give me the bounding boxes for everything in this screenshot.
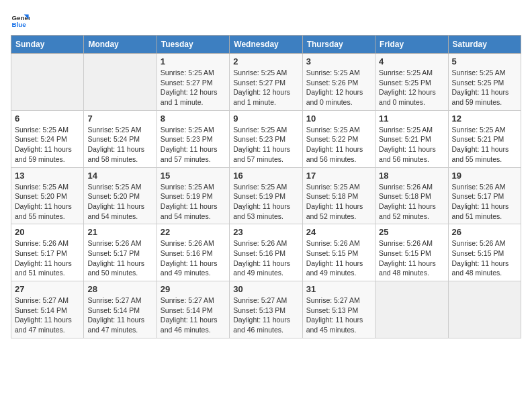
calendar-cell: 17Sunrise: 5:25 AM Sunset: 5:18 PM Dayli… xyxy=(302,167,375,224)
day-number: 5 xyxy=(452,56,517,66)
calendar-cell: 4Sunrise: 5:25 AM Sunset: 5:25 PM Daylig… xyxy=(375,54,448,111)
weekday-header-friday: Friday xyxy=(375,36,448,54)
weekday-header-sunday: Sunday xyxy=(11,36,84,54)
day-number: 14 xyxy=(87,171,152,181)
day-number: 24 xyxy=(306,227,371,237)
day-info: Sunrise: 5:25 AM Sunset: 5:22 PM Dayligh… xyxy=(306,125,371,165)
day-number: 1 xyxy=(161,56,226,66)
calendar-cell: 3Sunrise: 5:25 AM Sunset: 5:26 PM Daylig… xyxy=(302,54,375,111)
day-info: Sunrise: 5:26 AM Sunset: 5:16 PM Dayligh… xyxy=(161,238,226,278)
calendar-cell xyxy=(11,54,84,111)
day-number: 12 xyxy=(452,113,517,124)
day-info: Sunrise: 5:25 AM Sunset: 5:27 PM Dayligh… xyxy=(233,68,298,107)
day-info: Sunrise: 5:26 AM Sunset: 5:17 PM Dayligh… xyxy=(452,182,517,222)
day-info: Sunrise: 5:25 AM Sunset: 5:18 PM Dayligh… xyxy=(306,182,371,222)
day-info: Sunrise: 5:25 AM Sunset: 5:20 PM Dayligh… xyxy=(15,182,80,222)
calendar-cell: 18Sunrise: 5:26 AM Sunset: 5:18 PM Dayli… xyxy=(375,167,448,224)
day-number: 27 xyxy=(15,284,80,294)
calendar-cell: 21Sunrise: 5:26 AM Sunset: 5:17 PM Dayli… xyxy=(84,224,157,281)
weekday-header-saturday: Saturday xyxy=(448,36,521,54)
day-info: Sunrise: 5:27 AM Sunset: 5:14 PM Dayligh… xyxy=(15,295,80,335)
weekday-header-tuesday: Tuesday xyxy=(157,36,229,54)
day-info: Sunrise: 5:25 AM Sunset: 5:23 PM Dayligh… xyxy=(161,125,226,165)
day-number: 29 xyxy=(161,284,226,294)
calendar-cell: 24Sunrise: 5:26 AM Sunset: 5:15 PM Dayli… xyxy=(302,224,375,281)
day-number: 25 xyxy=(379,227,444,237)
day-number: 22 xyxy=(161,227,226,237)
day-info: Sunrise: 5:25 AM Sunset: 5:23 PM Dayligh… xyxy=(233,125,298,165)
svg-text:Blue: Blue xyxy=(11,21,26,28)
calendar-cell: 1Sunrise: 5:25 AM Sunset: 5:27 PM Daylig… xyxy=(157,54,229,111)
calendar-cell xyxy=(375,281,448,338)
logo-icon: General Blue xyxy=(11,11,30,30)
day-info: Sunrise: 5:27 AM Sunset: 5:14 PM Dayligh… xyxy=(161,295,226,335)
day-info: Sunrise: 5:26 AM Sunset: 5:17 PM Dayligh… xyxy=(87,238,152,278)
calendar-cell: 6Sunrise: 5:25 AM Sunset: 5:24 PM Daylig… xyxy=(11,110,84,167)
day-number: 6 xyxy=(15,113,80,124)
day-number: 2 xyxy=(233,56,298,66)
day-number: 20 xyxy=(15,227,80,237)
day-number: 11 xyxy=(379,113,444,124)
day-number: 18 xyxy=(379,171,444,181)
day-number: 8 xyxy=(161,113,226,124)
day-info: Sunrise: 5:25 AM Sunset: 5:25 PM Dayligh… xyxy=(379,68,444,107)
calendar-cell: 22Sunrise: 5:26 AM Sunset: 5:16 PM Dayli… xyxy=(157,224,229,281)
day-number: 13 xyxy=(15,171,80,181)
weekday-header-wednesday: Wednesday xyxy=(230,36,302,54)
calendar-cell xyxy=(84,54,157,111)
calendar-cell: 13Sunrise: 5:25 AM Sunset: 5:20 PM Dayli… xyxy=(11,167,84,224)
day-info: Sunrise: 5:25 AM Sunset: 5:27 PM Dayligh… xyxy=(161,68,226,107)
calendar-cell: 19Sunrise: 5:26 AM Sunset: 5:17 PM Dayli… xyxy=(448,167,521,224)
calendar-cell: 28Sunrise: 5:27 AM Sunset: 5:14 PM Dayli… xyxy=(84,281,157,338)
calendar-cell: 10Sunrise: 5:25 AM Sunset: 5:22 PM Dayli… xyxy=(302,110,375,167)
calendar-week-1: 1Sunrise: 5:25 AM Sunset: 5:27 PM Daylig… xyxy=(11,54,521,111)
day-number: 30 xyxy=(233,284,298,294)
day-info: Sunrise: 5:25 AM Sunset: 5:25 PM Dayligh… xyxy=(452,68,517,107)
day-number: 9 xyxy=(233,113,298,124)
calendar-cell: 7Sunrise: 5:25 AM Sunset: 5:24 PM Daylig… xyxy=(84,110,157,167)
day-number: 31 xyxy=(306,284,371,294)
day-number: 16 xyxy=(233,171,298,181)
weekday-header-row: SundayMondayTuesdayWednesdayThursdayFrid… xyxy=(11,36,521,54)
day-info: Sunrise: 5:26 AM Sunset: 5:16 PM Dayligh… xyxy=(233,238,298,278)
calendar-cell: 25Sunrise: 5:26 AM Sunset: 5:15 PM Dayli… xyxy=(375,224,448,281)
day-number: 3 xyxy=(306,56,371,66)
day-info: Sunrise: 5:26 AM Sunset: 5:15 PM Dayligh… xyxy=(452,238,517,278)
day-info: Sunrise: 5:26 AM Sunset: 5:15 PM Dayligh… xyxy=(379,238,444,278)
calendar-cell: 23Sunrise: 5:26 AM Sunset: 5:16 PM Dayli… xyxy=(230,224,302,281)
calendar-cell: 8Sunrise: 5:25 AM Sunset: 5:23 PM Daylig… xyxy=(157,110,229,167)
day-number: 7 xyxy=(87,113,152,124)
calendar-week-4: 20Sunrise: 5:26 AM Sunset: 5:17 PM Dayli… xyxy=(11,224,521,281)
calendar-cell: 5Sunrise: 5:25 AM Sunset: 5:25 PM Daylig… xyxy=(448,54,521,111)
day-info: Sunrise: 5:25 AM Sunset: 5:20 PM Dayligh… xyxy=(87,182,152,222)
day-info: Sunrise: 5:25 AM Sunset: 5:21 PM Dayligh… xyxy=(379,125,444,165)
calendar-cell: 14Sunrise: 5:25 AM Sunset: 5:20 PM Dayli… xyxy=(84,167,157,224)
calendar-cell xyxy=(448,281,521,338)
calendar-cell: 20Sunrise: 5:26 AM Sunset: 5:17 PM Dayli… xyxy=(11,224,84,281)
day-number: 23 xyxy=(233,227,298,237)
day-number: 28 xyxy=(87,284,152,294)
calendar-cell: 2Sunrise: 5:25 AM Sunset: 5:27 PM Daylig… xyxy=(230,54,302,111)
day-number: 26 xyxy=(452,227,517,237)
weekday-header-thursday: Thursday xyxy=(302,36,375,54)
day-number: 15 xyxy=(161,171,226,181)
day-info: Sunrise: 5:27 AM Sunset: 5:14 PM Dayligh… xyxy=(87,295,152,335)
calendar-cell: 27Sunrise: 5:27 AM Sunset: 5:14 PM Dayli… xyxy=(11,281,84,338)
calendar-week-3: 13Sunrise: 5:25 AM Sunset: 5:20 PM Dayli… xyxy=(11,167,521,224)
calendar-cell: 31Sunrise: 5:27 AM Sunset: 5:13 PM Dayli… xyxy=(302,281,375,338)
calendar-table: SundayMondayTuesdayWednesdayThursdayFrid… xyxy=(11,35,521,338)
calendar-cell: 29Sunrise: 5:27 AM Sunset: 5:14 PM Dayli… xyxy=(157,281,229,338)
day-info: Sunrise: 5:27 AM Sunset: 5:13 PM Dayligh… xyxy=(306,295,371,335)
day-info: Sunrise: 5:26 AM Sunset: 5:15 PM Dayligh… xyxy=(306,238,371,278)
day-info: Sunrise: 5:25 AM Sunset: 5:19 PM Dayligh… xyxy=(233,182,298,222)
logo: General Blue xyxy=(11,11,32,30)
page-header: General Blue xyxy=(11,11,521,30)
day-number: 4 xyxy=(379,56,444,66)
day-info: Sunrise: 5:25 AM Sunset: 5:26 PM Dayligh… xyxy=(306,68,371,107)
calendar-cell: 12Sunrise: 5:25 AM Sunset: 5:21 PM Dayli… xyxy=(448,110,521,167)
day-info: Sunrise: 5:25 AM Sunset: 5:24 PM Dayligh… xyxy=(15,125,80,165)
day-info: Sunrise: 5:25 AM Sunset: 5:24 PM Dayligh… xyxy=(87,125,152,165)
day-info: Sunrise: 5:25 AM Sunset: 5:19 PM Dayligh… xyxy=(161,182,226,222)
calendar-cell: 11Sunrise: 5:25 AM Sunset: 5:21 PM Dayli… xyxy=(375,110,448,167)
day-info: Sunrise: 5:26 AM Sunset: 5:17 PM Dayligh… xyxy=(15,238,80,278)
